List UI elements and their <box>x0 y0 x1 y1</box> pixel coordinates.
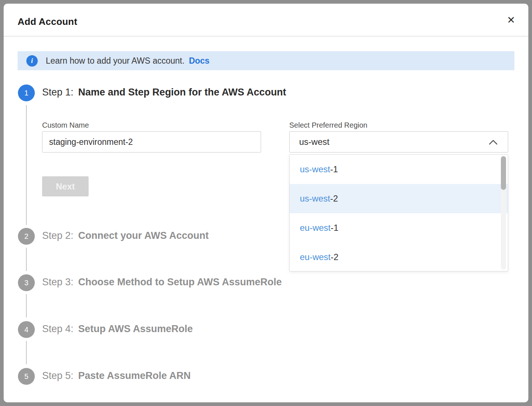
step-connector <box>26 294 27 317</box>
step-2-title: Step 2:Connect your AWS Account <box>42 230 209 241</box>
step-1-prefix: Step 1: <box>42 87 74 98</box>
step-2-heading: Connect your AWS Account <box>78 230 209 241</box>
step-1-heading: Name and Step Region for the AWS Account <box>78 87 286 98</box>
scrollbar-thumb[interactable] <box>501 156 506 190</box>
option-rest-text: -2 <box>330 193 338 204</box>
info-banner: i Learn how to add your AWS account. Doc… <box>18 51 514 70</box>
option-rest-text: -1 <box>330 164 338 174</box>
step-connector <box>26 105 27 225</box>
step-5-title: Step 5:Paste AssumeRole ARN <box>42 370 191 381</box>
step-3-heading: Choose Method to Setup AWS AssumeRole <box>78 277 282 287</box>
region-option-eu-west-2[interactable]: eu-west-2 <box>290 243 508 271</box>
option-rest-text: -1 <box>331 223 338 233</box>
step-5-circle: 5 <box>18 368 35 385</box>
step-4-circle: 4 <box>18 321 35 338</box>
region-selected-value: us-west <box>299 137 330 147</box>
step-5-heading: Paste AssumeRole ARN <box>78 370 191 381</box>
option-match-text: us-west <box>300 193 330 204</box>
step-5-prefix: Step 5: <box>42 370 74 381</box>
scrollbar-track[interactable] <box>501 156 506 270</box>
banner-text: Learn how to add your AWS account. <box>46 56 185 66</box>
region-option-us-west-1[interactable]: us-west-1 <box>290 155 508 184</box>
step-4-heading: Setup AWS AssumeRole <box>78 323 193 334</box>
option-match-text: us-west <box>300 164 330 174</box>
docs-link[interactable]: Docs <box>189 56 209 66</box>
step-1-title: Step 1:Name and Step Region for the AWS … <box>42 87 286 98</box>
step-connector <box>26 341 27 364</box>
region-select[interactable]: us-west <box>289 131 508 153</box>
add-account-modal: Add Account ✕ i Learn how to add your AW… <box>4 4 528 402</box>
step-3-title: Step 3:Choose Method to Setup AWS Assume… <box>42 277 282 288</box>
step-2-circle: 2 <box>18 228 35 245</box>
step-2-prefix: Step 2: <box>42 230 74 241</box>
step-3-circle: 3 <box>18 274 35 291</box>
modal-title: Add Account <box>18 16 77 27</box>
step-4-prefix: Step 4: <box>42 323 74 334</box>
region-option-eu-west-1[interactable]: eu-west-1 <box>290 213 508 243</box>
modal-header: Add Account ✕ <box>4 4 528 37</box>
step-1-circle: 1 <box>18 84 35 101</box>
close-icon[interactable]: ✕ <box>507 15 515 25</box>
option-match-text: eu-west <box>300 223 331 233</box>
step-connector <box>26 248 27 271</box>
info-icon: i <box>26 55 38 67</box>
region-label: Select Preferred Region <box>289 121 367 129</box>
region-dropdown: us-west-1 us-west-2 eu-west-1 eu-west-2 <box>289 154 508 271</box>
option-rest-text: -2 <box>331 252 338 262</box>
step-4-title: Step 4:Setup AWS AssumeRole <box>42 323 193 335</box>
next-button[interactable]: Next <box>42 176 89 196</box>
region-option-us-west-2[interactable]: us-west-2 <box>290 184 508 213</box>
custom-name-label: Custom Name <box>42 121 89 129</box>
step-3-prefix: Step 3: <box>42 277 74 287</box>
chevron-up-icon <box>489 140 498 146</box>
custom-name-input[interactable] <box>42 131 261 153</box>
option-match-text: eu-west <box>300 252 331 262</box>
